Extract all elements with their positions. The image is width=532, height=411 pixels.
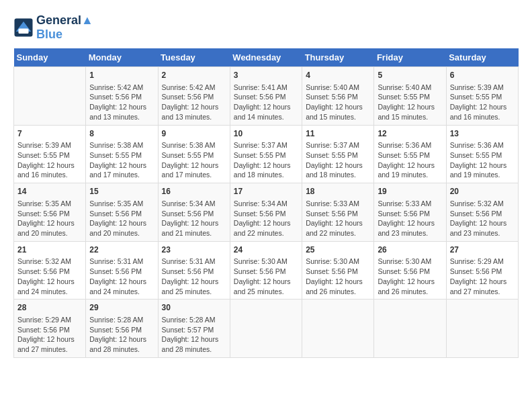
day-number: 13 — [450, 128, 515, 140]
calendar-cell: 28Sunrise: 5:29 AM Sunset: 5:56 PM Dayli… — [14, 300, 86, 358]
calendar-cell: 9Sunrise: 5:38 AM Sunset: 5:55 PM Daylig… — [158, 125, 230, 183]
day-content: Sunrise: 5:28 AM Sunset: 5:57 PM Dayligh… — [162, 315, 226, 355]
week-row-1: 1Sunrise: 5:42 AM Sunset: 5:56 PM Daylig… — [14, 67, 519, 126]
day-content: Sunrise: 5:34 AM Sunset: 5:56 PM Dayligh… — [162, 199, 226, 238]
calendar-cell: 23Sunrise: 5:31 AM Sunset: 5:56 PM Dayli… — [158, 241, 230, 300]
day-content: Sunrise: 5:33 AM Sunset: 5:56 PM Dayligh… — [306, 199, 370, 238]
day-content: Sunrise: 5:41 AM Sunset: 5:56 PM Dayligh… — [234, 83, 298, 122]
day-number: 26 — [378, 244, 442, 256]
day-content: Sunrise: 5:38 AM Sunset: 5:55 PM Dayligh… — [162, 140, 226, 180]
logo: General▲ Blue — [13, 13, 93, 42]
day-number: 28 — [17, 302, 82, 314]
day-content: Sunrise: 5:31 AM Sunset: 5:56 PM Dayligh… — [162, 257, 226, 296]
day-number: 9 — [162, 128, 226, 140]
day-number: 16 — [162, 186, 226, 197]
calendar-cell — [14, 67, 86, 126]
calendar-cell: 11Sunrise: 5:37 AM Sunset: 5:55 PM Dayli… — [302, 125, 374, 183]
calendar-cell: 29Sunrise: 5:28 AM Sunset: 5:56 PM Dayli… — [86, 300, 158, 358]
day-content: Sunrise: 5:36 AM Sunset: 5:55 PM Dayligh… — [378, 140, 442, 180]
calendar-cell: 3Sunrise: 5:41 AM Sunset: 5:56 PM Daylig… — [230, 67, 302, 126]
calendar-cell: 4Sunrise: 5:40 AM Sunset: 5:56 PM Daylig… — [302, 67, 374, 126]
week-row-5: 28Sunrise: 5:29 AM Sunset: 5:56 PM Dayli… — [14, 300, 519, 358]
logo-icon — [13, 17, 34, 38]
day-number: 17 — [234, 186, 298, 197]
calendar-cell: 2Sunrise: 5:42 AM Sunset: 5:56 PM Daylig… — [158, 67, 230, 126]
svg-rect-2 — [19, 29, 29, 34]
calendar-cell: 12Sunrise: 5:36 AM Sunset: 5:55 PM Dayli… — [374, 125, 446, 183]
day-content: Sunrise: 5:31 AM Sunset: 5:56 PM Dayligh… — [89, 257, 154, 296]
day-content: Sunrise: 5:35 AM Sunset: 5:56 PM Dayligh… — [17, 199, 82, 238]
day-content: Sunrise: 5:33 AM Sunset: 5:56 PM Dayligh… — [378, 199, 442, 238]
day-number: 14 — [17, 186, 82, 197]
day-number: 11 — [306, 128, 370, 140]
day-number: 30 — [162, 302, 226, 314]
day-number: 6 — [450, 70, 515, 81]
calendar-cell: 1Sunrise: 5:42 AM Sunset: 5:56 PM Daylig… — [86, 67, 158, 126]
calendar-cell — [446, 300, 518, 358]
day-content: Sunrise: 5:32 AM Sunset: 5:56 PM Dayligh… — [450, 199, 515, 238]
day-number: 18 — [306, 186, 370, 197]
day-content: Sunrise: 5:30 AM Sunset: 5:56 PM Dayligh… — [306, 257, 370, 296]
day-header-friday: Friday — [374, 48, 446, 67]
day-number: 27 — [450, 244, 515, 256]
calendar-cell: 6Sunrise: 5:39 AM Sunset: 5:55 PM Daylig… — [446, 67, 518, 126]
week-row-2: 7Sunrise: 5:39 AM Sunset: 5:55 PM Daylig… — [14, 125, 519, 183]
day-content: Sunrise: 5:42 AM Sunset: 5:56 PM Dayligh… — [162, 83, 226, 122]
day-number: 8 — [89, 128, 154, 140]
calendar-cell — [230, 300, 302, 358]
day-number: 12 — [378, 128, 442, 140]
calendar-cell: 20Sunrise: 5:32 AM Sunset: 5:56 PM Dayli… — [446, 183, 518, 242]
day-number: 1 — [89, 70, 154, 81]
day-header-row: SundayMondayTuesdayWednesdayThursdayFrid… — [14, 48, 519, 67]
calendar-cell: 24Sunrise: 5:30 AM Sunset: 5:56 PM Dayli… — [230, 241, 302, 300]
calendar-cell: 18Sunrise: 5:33 AM Sunset: 5:56 PM Dayli… — [302, 183, 374, 242]
day-content: Sunrise: 5:40 AM Sunset: 5:55 PM Dayligh… — [378, 83, 442, 122]
calendar-cell: 14Sunrise: 5:35 AM Sunset: 5:56 PM Dayli… — [14, 183, 86, 242]
header: General▲ Blue — [13, 13, 519, 42]
day-content: Sunrise: 5:39 AM Sunset: 5:55 PM Dayligh… — [450, 83, 515, 122]
day-content: Sunrise: 5:37 AM Sunset: 5:55 PM Dayligh… — [306, 140, 370, 180]
logo-text: General▲ Blue — [36, 13, 93, 42]
day-number: 22 — [89, 244, 154, 256]
calendar-cell: 15Sunrise: 5:35 AM Sunset: 5:56 PM Dayli… — [86, 183, 158, 242]
calendar-cell: 22Sunrise: 5:31 AM Sunset: 5:56 PM Dayli… — [86, 241, 158, 300]
calendar-cell: 5Sunrise: 5:40 AM Sunset: 5:55 PM Daylig… — [374, 67, 446, 126]
day-header-tuesday: Tuesday — [158, 48, 230, 67]
calendar-cell: 7Sunrise: 5:39 AM Sunset: 5:55 PM Daylig… — [14, 125, 86, 183]
calendar-cell: 30Sunrise: 5:28 AM Sunset: 5:57 PM Dayli… — [158, 300, 230, 358]
day-header-saturday: Saturday — [446, 48, 518, 67]
day-number: 10 — [234, 128, 298, 140]
calendar-cell: 16Sunrise: 5:34 AM Sunset: 5:56 PM Dayli… — [158, 183, 230, 242]
day-number: 4 — [306, 70, 370, 81]
calendar-cell: 19Sunrise: 5:33 AM Sunset: 5:56 PM Dayli… — [374, 183, 446, 242]
calendar-cell — [302, 300, 374, 358]
calendar-table: SundayMondayTuesdayWednesdayThursdayFrid… — [13, 48, 519, 358]
day-number: 29 — [89, 302, 154, 314]
day-content: Sunrise: 5:32 AM Sunset: 5:56 PM Dayligh… — [17, 257, 82, 296]
day-number: 20 — [450, 186, 515, 197]
day-number: 23 — [162, 244, 226, 256]
day-content: Sunrise: 5:37 AM Sunset: 5:55 PM Dayligh… — [234, 140, 298, 180]
day-content: Sunrise: 5:40 AM Sunset: 5:56 PM Dayligh… — [306, 83, 370, 122]
day-header-monday: Monday — [86, 48, 158, 67]
day-number: 7 — [17, 128, 82, 140]
calendar-cell: 8Sunrise: 5:38 AM Sunset: 5:55 PM Daylig… — [86, 125, 158, 183]
day-content: Sunrise: 5:34 AM Sunset: 5:56 PM Dayligh… — [234, 199, 298, 238]
day-number: 19 — [378, 186, 442, 197]
day-number: 25 — [306, 244, 370, 256]
day-number: 15 — [89, 186, 154, 197]
calendar-cell: 13Sunrise: 5:36 AM Sunset: 5:55 PM Dayli… — [446, 125, 518, 183]
day-content: Sunrise: 5:28 AM Sunset: 5:56 PM Dayligh… — [89, 315, 154, 355]
calendar-cell: 27Sunrise: 5:29 AM Sunset: 5:56 PM Dayli… — [446, 241, 518, 300]
day-content: Sunrise: 5:42 AM Sunset: 5:56 PM Dayligh… — [89, 83, 154, 122]
day-content: Sunrise: 5:30 AM Sunset: 5:56 PM Dayligh… — [234, 257, 298, 296]
day-content: Sunrise: 5:38 AM Sunset: 5:55 PM Dayligh… — [89, 140, 154, 180]
day-content: Sunrise: 5:36 AM Sunset: 5:55 PM Dayligh… — [450, 140, 515, 180]
day-content: Sunrise: 5:30 AM Sunset: 5:56 PM Dayligh… — [378, 257, 442, 296]
week-row-4: 21Sunrise: 5:32 AM Sunset: 5:56 PM Dayli… — [14, 241, 519, 300]
calendar-cell: 26Sunrise: 5:30 AM Sunset: 5:56 PM Dayli… — [374, 241, 446, 300]
day-content: Sunrise: 5:39 AM Sunset: 5:55 PM Dayligh… — [17, 140, 82, 180]
calendar-cell: 10Sunrise: 5:37 AM Sunset: 5:55 PM Dayli… — [230, 125, 302, 183]
day-content: Sunrise: 5:29 AM Sunset: 5:56 PM Dayligh… — [17, 315, 82, 355]
day-number: 5 — [378, 70, 442, 81]
